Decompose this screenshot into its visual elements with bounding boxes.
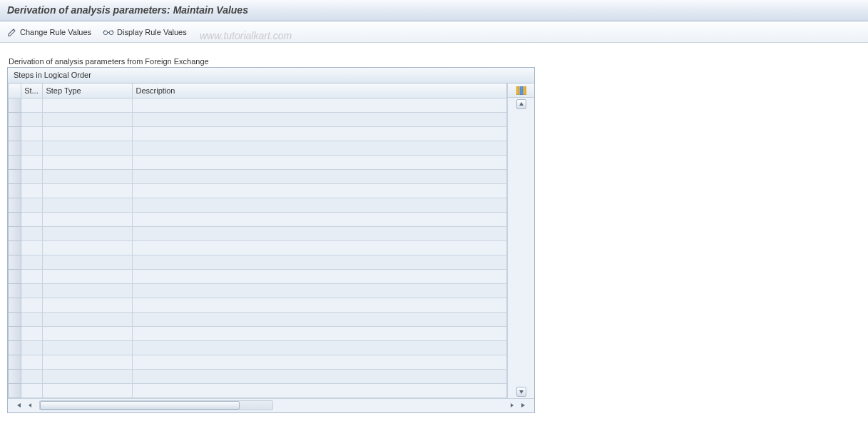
cell-description[interactable] xyxy=(133,283,507,298)
cell-st[interactable] xyxy=(21,283,43,298)
cell-st[interactable] xyxy=(21,269,43,283)
cell-step-type[interactable] xyxy=(43,340,133,355)
cell-description[interactable] xyxy=(133,183,507,198)
table-row[interactable] xyxy=(9,326,507,340)
row-selector[interactable] xyxy=(9,155,21,169)
row-selector[interactable] xyxy=(9,355,21,369)
table-row[interactable] xyxy=(9,198,507,212)
cell-st[interactable] xyxy=(21,183,43,198)
table-row[interactable] xyxy=(9,226,507,240)
cell-step-type[interactable] xyxy=(43,283,133,298)
page-next-button[interactable] xyxy=(507,400,517,410)
table-row[interactable] xyxy=(9,369,507,383)
cell-st[interactable] xyxy=(21,126,43,141)
cell-st[interactable] xyxy=(21,298,43,312)
table-row[interactable] xyxy=(9,383,507,397)
cell-description[interactable] xyxy=(133,98,507,112)
table-row[interactable] xyxy=(9,298,507,312)
table-row[interactable] xyxy=(9,183,507,198)
cell-step-type[interactable] xyxy=(43,183,133,198)
cell-description[interactable] xyxy=(133,112,507,126)
table-row[interactable] xyxy=(9,240,507,255)
cell-step-type[interactable] xyxy=(43,98,133,112)
cell-description[interactable] xyxy=(133,355,507,369)
table-row[interactable] xyxy=(9,269,507,283)
cell-step-type[interactable] xyxy=(43,240,133,255)
table-row[interactable] xyxy=(9,98,507,112)
cell-step-type[interactable] xyxy=(43,255,133,269)
cell-description[interactable] xyxy=(133,383,507,397)
cell-st[interactable] xyxy=(21,383,43,397)
column-header-selector[interactable] xyxy=(9,83,21,98)
cell-st[interactable] xyxy=(21,155,43,169)
row-selector[interactable] xyxy=(9,283,21,298)
cell-description[interactable] xyxy=(133,155,507,169)
cell-st[interactable] xyxy=(21,326,43,340)
table-settings-button[interactable] xyxy=(508,83,534,98)
cell-st[interactable] xyxy=(21,212,43,226)
row-selector[interactable] xyxy=(9,240,21,255)
cell-step-type[interactable] xyxy=(43,383,133,397)
cell-description[interactable] xyxy=(133,226,507,240)
scroll-up-button[interactable] xyxy=(516,99,526,109)
cell-step-type[interactable] xyxy=(43,326,133,340)
cell-st[interactable] xyxy=(21,169,43,183)
cell-step-type[interactable] xyxy=(43,369,133,383)
row-selector[interactable] xyxy=(9,312,21,326)
row-selector[interactable] xyxy=(9,198,21,212)
cell-st[interactable] xyxy=(21,112,43,126)
hscroll-track[interactable] xyxy=(39,400,273,410)
column-header-description[interactable]: Description xyxy=(133,83,507,98)
cell-st[interactable] xyxy=(21,198,43,212)
row-selector[interactable] xyxy=(9,269,21,283)
cell-step-type[interactable] xyxy=(43,169,133,183)
table-row[interactable] xyxy=(9,141,507,155)
row-selector[interactable] xyxy=(9,112,21,126)
cell-st[interactable] xyxy=(21,240,43,255)
table-row[interactable] xyxy=(9,255,507,269)
row-selector[interactable] xyxy=(9,383,21,397)
table-row[interactable] xyxy=(9,169,507,183)
table-row[interactable] xyxy=(9,312,507,326)
row-selector[interactable] xyxy=(9,369,21,383)
cell-st[interactable] xyxy=(21,355,43,369)
cell-description[interactable] xyxy=(133,369,507,383)
table-row[interactable] xyxy=(9,283,507,298)
hscroll-thumb[interactable] xyxy=(40,401,240,410)
cell-step-type[interactable] xyxy=(43,269,133,283)
vertical-scrollbar[interactable] xyxy=(508,98,534,398)
column-header-step-type[interactable]: Step Type xyxy=(43,83,133,98)
column-header-st[interactable]: St... xyxy=(21,83,43,98)
cell-description[interactable] xyxy=(133,269,507,283)
cell-step-type[interactable] xyxy=(43,298,133,312)
cell-st[interactable] xyxy=(21,141,43,155)
cell-step-type[interactable] xyxy=(43,126,133,141)
row-selector[interactable] xyxy=(9,226,21,240)
cell-st[interactable] xyxy=(21,312,43,326)
row-selector[interactable] xyxy=(9,183,21,198)
table-row[interactable] xyxy=(9,212,507,226)
table-row[interactable] xyxy=(9,340,507,355)
row-selector[interactable] xyxy=(9,326,21,340)
table-row[interactable] xyxy=(9,355,507,369)
cell-description[interactable] xyxy=(133,198,507,212)
cell-step-type[interactable] xyxy=(43,226,133,240)
cell-st[interactable] xyxy=(21,369,43,383)
table-row[interactable] xyxy=(9,126,507,141)
table-row[interactable] xyxy=(9,155,507,169)
cell-description[interactable] xyxy=(133,340,507,355)
cell-description[interactable] xyxy=(133,169,507,183)
page-prev-button[interactable] xyxy=(25,400,35,410)
cell-description[interactable] xyxy=(133,126,507,141)
cell-description[interactable] xyxy=(133,298,507,312)
cell-step-type[interactable] xyxy=(43,112,133,126)
cell-description[interactable] xyxy=(133,255,507,269)
cell-step-type[interactable] xyxy=(43,141,133,155)
cell-description[interactable] xyxy=(133,312,507,326)
page-first-button[interactable] xyxy=(14,400,24,410)
cell-description[interactable] xyxy=(133,212,507,226)
cell-st[interactable] xyxy=(21,98,43,112)
table-row[interactable] xyxy=(9,112,507,126)
cell-step-type[interactable] xyxy=(43,198,133,212)
cell-step-type[interactable] xyxy=(43,312,133,326)
